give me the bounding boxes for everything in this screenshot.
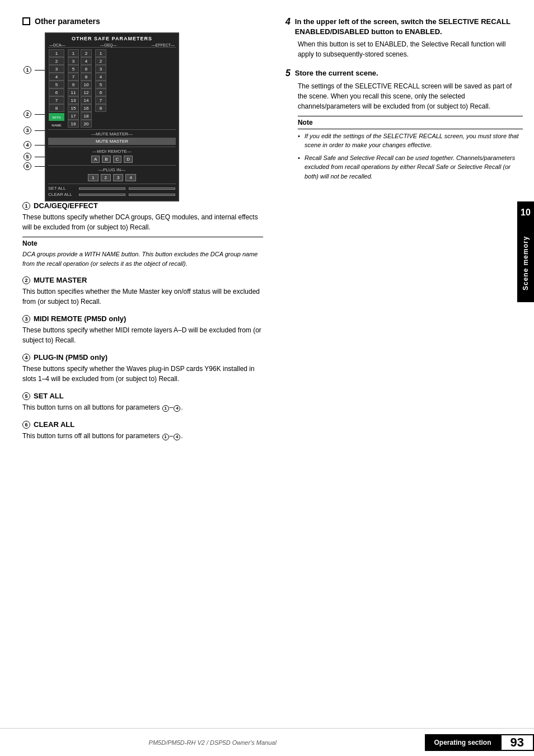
section-dca-title: 1 DCA/GEQ/EFFECT [22,201,263,210]
geq-cell: 5 [68,65,79,73]
footer-operating: Operating section [425,734,500,751]
diagram-divider4 [48,184,176,184]
dca-cell: 5 [49,81,64,88]
mute-master-btn: MUTE MASTER [48,138,176,145]
geq-cell: 4 [81,57,92,65]
section-clearall-body: This button turns off all buttons for pa… [22,431,263,441]
note-dca-body: DCA groups provide a WITH NAME button. T… [22,250,263,268]
geq-cell: 6 [81,65,92,73]
diagram-callout-3: 3 [24,126,31,134]
section-setall: 5 SET ALL This button turns on all butto… [22,392,263,412]
ref-1b: 1 [162,434,169,440]
plug-btn-1: 1 [88,174,98,181]
effect-cell: 5 [95,81,106,88]
clear-all-btn2 [129,194,175,196]
midi-btn-b: B [102,156,110,163]
diagram-callout-6: 6 [24,162,31,170]
step-5-header: 5 Store the current scene. [285,68,523,78]
clear-all-btn [79,194,125,196]
side-tab-text: Scene memory [522,236,530,290]
col-dca: —DCA— [49,43,65,47]
left-column: Other parameters 1 2 [22,17,274,722]
dca-cell: 4 [49,73,64,81]
midi-title-text: MIDI REMOTE (PM5D only) [34,314,126,323]
note-step5-bullet1: If you edit the settings of the SELECTIV… [298,132,523,150]
footer-manual-text: PM5D/PM5D-RH V2 / DSP5D Owner's Manual [149,739,277,746]
step-4-header: 4 In the upper left of the screen, switc… [285,17,523,37]
chapter-number: 10 [517,201,534,224]
step-4-body: When this button is set to ENABLED, the … [298,39,523,59]
note-step5-bullet2: Recall Safe and Selective Recall can be … [298,153,523,181]
set-all-btn2 [129,187,175,190]
plug-btn-3: 3 [113,174,123,181]
setall-title-text: SET ALL [34,392,64,400]
section-title-text: Other parameters [35,17,100,26]
diagram-divider2 [48,147,176,147]
diagram-divider3 [48,165,176,166]
geq-cell: 10 [81,81,92,88]
effect-cell: 1 [95,49,106,57]
step-5-title: Store the current scene. [295,68,378,78]
section-dca: 1 DCA/GEQ/EFFECT These buttons specify w… [22,201,263,268]
plug-btn-4: 4 [125,174,135,181]
section-setall-title: 5 SET ALL [22,392,263,400]
footer-operating-text: Operating section [434,739,491,746]
callout-plugin: 4 [22,354,30,361]
geq-cell: 18 [81,112,92,120]
set-all-btn [79,187,125,190]
section-title: Other parameters [22,17,263,26]
footer-right: Operating section 93 [425,734,534,751]
geq-cell: 8 [81,73,92,81]
dca-cell: 3 [49,65,64,73]
note-step5-title: Note [298,119,523,126]
step-4-number: 4 [285,17,291,27]
section-clearall: 6 CLEAR ALL This button turns off all bu… [22,420,263,441]
section-midi-title: 3 MIDI REMOTE (PM5D only) [22,314,263,323]
section-setall-body: This button turns on all buttons for par… [22,402,263,412]
plugin-title-text: PLUG-IN (PM5D only) [34,353,107,361]
callout-setall: 5 [22,392,30,400]
diagram-callout-1: 1 [24,66,31,74]
geq-cell: 2 [81,49,92,57]
plug-btn-2: 2 [101,174,111,181]
midi-btn-a: A [91,156,100,163]
effect-cell: 6 [95,88,106,96]
geq-cell: 9 [68,81,79,88]
callout-mute: 2 [22,276,30,284]
ref-4b: 4 [174,434,180,440]
section-dca-body: These buttons specify whether DCA groups… [22,212,263,232]
section-clearall-title: 6 CLEAR ALL [22,420,263,429]
diagram-header: OTHER SAFE PARAMETERS [48,36,176,41]
footer-manual: PM5D/PM5D-RH V2 / DSP5D Owner's Manual [0,739,425,746]
footer: PM5D/PM5D-RH V2 / DSP5D Owner's Manual O… [0,728,534,756]
effect-cell: 8 [95,104,106,112]
dca-title-text: DCA/GEQ/EFFECT [34,201,98,210]
main-content: Other parameters 1 2 [0,0,534,756]
mute-remote-label: —MUTE MASTER— [48,132,176,137]
geq-cell: 17 [68,112,79,120]
set-all-label: SET ALL [48,186,76,191]
geq-cell: 1 [68,49,79,57]
side-tab: Scene memory [517,224,534,302]
diagram-callout-2: 2 [24,110,31,118]
effect-cell: 2 [95,57,106,65]
effect-cell: 3 [95,65,106,73]
plugin-label: —PLUG IN— [48,167,176,172]
step-5-number: 5 [285,68,291,78]
footer-page: 93 [500,734,534,751]
with-name-cell: WITHNAME [49,113,64,121]
callout-dca: 1 [22,202,30,210]
dca-cell: 8 [49,104,64,112]
diagram-callout-5: 5 [24,153,31,161]
geq-cell: 20 [81,120,92,128]
step-4: 4 In the upper left of the screen, switc… [285,17,523,59]
geq-cell: 19 [68,120,79,128]
clear-all-label: CLEAR ALL [48,192,76,197]
dca-cell: 6 [49,88,64,96]
diagram-wrapper: 1 2 3 4 [45,32,263,201]
note-dca-title: Note [22,240,263,247]
section-plugin-body: These buttons specify whether the Waves … [22,364,263,384]
right-column: 4 In the upper left of the screen, switc… [274,17,523,722]
ref-1: 1 [162,405,169,412]
chapter-number-text: 10 [521,208,531,218]
